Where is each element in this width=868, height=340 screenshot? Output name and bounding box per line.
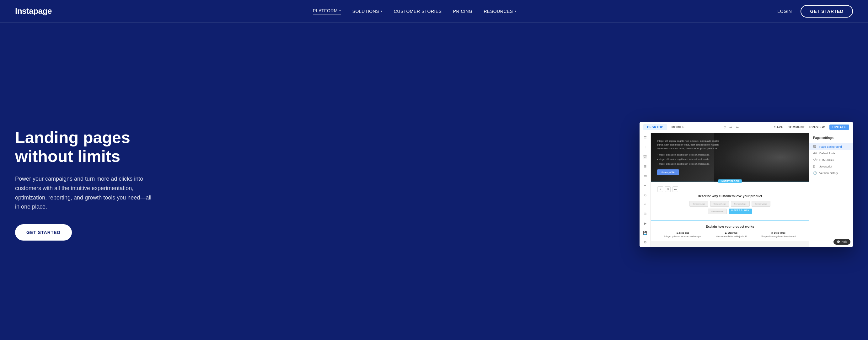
redo-icon: ↪ xyxy=(736,125,739,130)
save-button[interactable]: SAVE xyxy=(774,126,783,129)
panel-item-background[interactable]: 🖼 Page Background xyxy=(809,143,853,150)
hero-heading: Landing pages without limits xyxy=(15,128,172,166)
step-3: 3. Step three Suspendisse eget condiment… xyxy=(761,232,796,237)
sidebar-circle-icon[interactable]: ○ xyxy=(642,202,649,206)
editor-topbar-icons: ? ↩ ↪ xyxy=(724,125,739,130)
sidebar-text-icon[interactable]: T xyxy=(642,145,649,149)
step-1: 1. Step one Integer quis erat luctus ex … xyxy=(664,232,701,237)
sidebar-shape-icon[interactable]: ◇ xyxy=(642,193,649,197)
chevron-down-icon: ▾ xyxy=(339,9,341,12)
canvas-cta-button[interactable]: Primary CTA xyxy=(657,169,679,175)
toolbar-grid-icon[interactable]: ⊞ xyxy=(665,186,671,192)
logos-row-2: CompanyLogo INSERT BLOCK xyxy=(657,209,802,214)
canvas-steps-section: Explain how your product works 1. Step o… xyxy=(651,221,809,241)
editor-tabs: DESKTOP MOBILE xyxy=(643,124,688,130)
help-icon: ? xyxy=(724,125,726,130)
toolbar-add-icon[interactable]: + xyxy=(657,186,663,192)
nav-item-resources[interactable]: RESOURCES ▾ xyxy=(484,9,516,14)
logos-section-title: Describe why customers love your product xyxy=(657,195,802,198)
nav-get-started-button[interactable]: GET STARTED xyxy=(801,5,853,18)
editor-right-panel: Page settings 🖼 Page Background Aa Defau… xyxy=(809,133,853,247)
logo-placeholder-4: CompanyLogo xyxy=(751,201,770,207)
nav-link-platform[interactable]: PLATFORM ▾ xyxy=(313,8,341,14)
sidebar-video-icon[interactable]: ▶ xyxy=(642,221,649,226)
hero-section: Landing pages without limits Power your … xyxy=(0,23,868,340)
editor-body: ☰ T 🖼 ⊞ ▭ ≡ ◇ ○ ⊞ ▶ 💾 ⚙ xyxy=(640,133,853,247)
undo-icon: ↩ xyxy=(729,125,733,130)
nav-link-solutions[interactable]: SOLUTIONS ▾ xyxy=(352,9,382,14)
chevron-down-icon: ▾ xyxy=(381,9,382,13)
chevron-down-icon: ▾ xyxy=(515,9,517,13)
nav-links: PLATFORM ▾ SOLUTIONS ▾ CUSTOMER STORIES … xyxy=(313,8,516,14)
canvas-logos-section: + ⊞ ••• Describe why customers love your… xyxy=(651,181,809,221)
nav-item-platform[interactable]: PLATFORM ▾ xyxy=(313,8,341,14)
panel-item-html-css[interactable]: </> HTML/CSS xyxy=(809,157,853,163)
canvas-body-text: Integer elit sapien, sagittis non lectus… xyxy=(657,139,726,150)
preview-button[interactable]: PREVIEW xyxy=(809,126,825,129)
logo-placeholder-2: CompanyLogo xyxy=(710,201,729,207)
canvas-bullet-list: Integer elit sapien, sagittis non lectus… xyxy=(657,153,726,166)
comment-button[interactable]: COMMENT xyxy=(788,126,805,129)
logos-row-1: CompanyLogo CompanyLogo CompanyLogo Comp… xyxy=(657,201,802,207)
navbar: Instapage PLATFORM ▾ SOLUTIONS ▾ CUSTOME… xyxy=(0,0,868,23)
brand-logo[interactable]: Instapage xyxy=(15,6,52,16)
panel-item-version-history[interactable]: 🕐 Version history xyxy=(809,170,853,176)
bullet-item-3: Integer elit sapien, sagittis non lectus… xyxy=(657,162,726,166)
help-icon: 💬 xyxy=(837,240,840,243)
login-link[interactable]: LOGIN xyxy=(777,9,792,14)
history-icon: 🕐 xyxy=(813,171,817,175)
sidebar-layers-icon[interactable]: ☰ xyxy=(642,136,649,140)
sidebar-image-icon[interactable]: 🖼 xyxy=(642,155,649,159)
editor-topbar-right: SAVE COMMENT PREVIEW UPDATE xyxy=(774,125,849,130)
editor-canvas: Integer elit sapien, sagittis non lectus… xyxy=(651,133,809,247)
panel-item-fonts[interactable]: Aa Default fonts xyxy=(809,150,853,157)
canvas-dark-section: Integer elit sapien, sagittis non lectus… xyxy=(651,133,809,181)
fonts-icon: Aa xyxy=(813,151,817,155)
update-button[interactable]: UPDATE xyxy=(829,125,849,130)
tab-desktop[interactable]: DESKTOP xyxy=(643,124,667,130)
editor-mockup: DESKTOP MOBILE ? ↩ ↪ SAVE COMMENT PREVIE… xyxy=(191,122,853,247)
panel-title: Page settings xyxy=(809,136,853,140)
nav-link-customer-stories[interactable]: CUSTOMER STORIES xyxy=(394,9,442,14)
editor-window: DESKTOP MOBILE ? ↩ ↪ SAVE COMMENT PREVIE… xyxy=(640,122,853,247)
sidebar-button-icon[interactable]: ▭ xyxy=(642,173,649,178)
tab-mobile[interactable]: MOBILE xyxy=(668,124,688,130)
logo-placeholder-5: CompanyLogo xyxy=(708,209,727,214)
code-icon: </> xyxy=(813,158,817,162)
logo-placeholder-3: CompanyLogo xyxy=(731,201,750,207)
nav-link-pricing[interactable]: PRICING xyxy=(453,9,473,14)
canvas-text-block: Integer elit sapien, sagittis non lectus… xyxy=(651,134,733,180)
nav-item-pricing[interactable]: PRICING xyxy=(453,9,473,14)
insert-block-indicator-top[interactable]: INSERT BLOCK xyxy=(718,179,742,183)
nav-link-resources[interactable]: RESOURCES ▾ xyxy=(484,9,516,14)
js-icon: {} xyxy=(813,165,817,168)
nav-item-solutions[interactable]: SOLUTIONS ▾ xyxy=(352,9,382,14)
editor-sidebar-left: ☰ T 🖼 ⊞ ▭ ≡ ◇ ○ ⊞ ▶ 💾 ⚙ xyxy=(640,133,651,247)
sidebar-save-icon[interactable]: 💾 xyxy=(642,231,649,235)
editor-topbar: DESKTOP MOBILE ? ↩ ↪ SAVE COMMENT PREVIE… xyxy=(640,122,853,133)
background-icon: 🖼 xyxy=(813,145,817,148)
toolbar-dots-icon[interactable]: ••• xyxy=(673,186,678,192)
nav-right: LOGIN GET STARTED xyxy=(777,5,853,18)
sidebar-grid-icon[interactable]: ⊞ xyxy=(642,212,649,216)
insert-block-indicator-logos[interactable]: INSERT BLOCK xyxy=(728,209,752,214)
step-2: 2. Step two Maecenas efficitur nulla jus… xyxy=(716,232,747,237)
sidebar-block-icon[interactable]: ⊞ xyxy=(642,164,649,168)
panel-item-javascript[interactable]: {} Javascript xyxy=(809,163,853,170)
logo-placeholder-1: CompanyLogo xyxy=(689,201,708,207)
bullet-item-2: Integer elit sapien, sagittis non lectus… xyxy=(657,158,726,161)
steps-section-title: Explain how your product works xyxy=(657,225,803,228)
help-button[interactable]: 💬 Help xyxy=(834,239,850,245)
canvas-steps-row: 1. Step one Integer quis erat luctus ex … xyxy=(657,232,803,237)
sidebar-form-icon[interactable]: ≡ xyxy=(642,183,649,188)
nav-item-customer-stories[interactable]: CUSTOMER STORIES xyxy=(394,9,442,14)
hero-subtext: Power your campaigns and turn more ad cl… xyxy=(15,174,153,212)
hero-get-started-button[interactable]: GET STARTED xyxy=(15,224,72,241)
canvas-toolbar: + ⊞ ••• xyxy=(657,186,802,192)
bullet-item-1: Integer elit sapien, sagittis non lectus… xyxy=(657,153,726,157)
sidebar-settings-icon[interactable]: ⚙ xyxy=(642,240,649,245)
hero-text-block: Landing pages without limits Power your … xyxy=(15,128,172,241)
